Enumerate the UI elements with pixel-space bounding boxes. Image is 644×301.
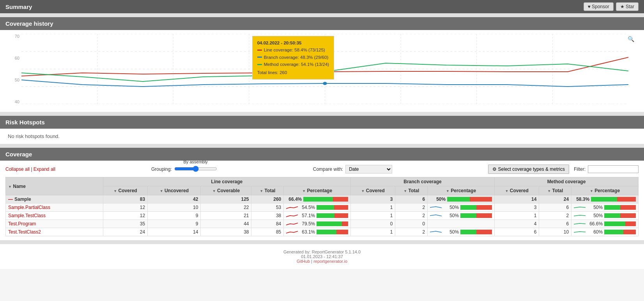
row-name-cell: Sample.PartialClass — [6, 204, 103, 212]
compare-select[interactable]: Date — [345, 165, 392, 174]
col-branch-covered[interactable]: ▼ Covered — [351, 186, 395, 195]
row-method-pct-cell: 66.6% — [571, 220, 639, 228]
filter-input[interactable] — [588, 165, 639, 173]
row-name-cell: Sample.TestClass — [6, 212, 103, 220]
risk-hotspots-section: No risk hotspots found. — [0, 129, 644, 144]
row-name-link[interactable]: Sample.TestClass — [8, 213, 46, 218]
branch-bar — [460, 205, 492, 210]
star-button[interactable]: ★ Star — [616, 2, 639, 11]
row-line-cell: 21 — [201, 212, 251, 220]
footer-site-link[interactable]: reportgenerator.io — [313, 259, 347, 264]
select-coverage-button[interactable]: ⚙ Select coverage types & metrics — [488, 165, 569, 174]
mini-branch-chart — [430, 213, 442, 218]
row-line-pct-cell: 57.1% — [284, 212, 351, 220]
method-bar — [604, 213, 636, 218]
col-line-coverable[interactable]: ▼ Coverable — [201, 186, 251, 195]
branch-bar — [460, 230, 492, 234]
row-name-link[interactable]: Test.Program — [8, 221, 36, 227]
chart-plot: 04.02.2022 - 20:50:35 Line coverage: 58.… — [21, 34, 628, 104]
coverage-section: Collapse all | Expand all Grouping: By a… — [0, 161, 644, 240]
mini-method-chart — [574, 213, 586, 218]
grouping-slider[interactable] — [174, 166, 217, 172]
col-name[interactable]: ▼ Name — [6, 177, 103, 195]
col-method-covered[interactable]: ▼ Covered — [494, 186, 539, 195]
row-method-cell: 24 — [539, 195, 571, 204]
mini-method-chart — [574, 229, 586, 235]
footer-github-link[interactable]: GitHub — [297, 259, 310, 264]
table-row: Sample.TestClass1292138 57.1% 12 50% — [6, 212, 639, 220]
collapse-all-link[interactable]: Collapse all — [5, 166, 30, 172]
expand-all-link[interactable]: Expand all — [34, 166, 55, 172]
row-branch-cell: 0 — [395, 220, 428, 228]
row-line-cell: 22 — [201, 204, 251, 212]
method-bar-red — [620, 205, 636, 210]
row-method-pct-cell: 60% — [571, 228, 639, 236]
chart-tooltip: 04.02.2022 - 20:50:35 Line coverage: 58.… — [252, 36, 334, 80]
row-line-cell: 85 — [251, 228, 284, 236]
chart-area: 🔍 70 60 50 40 — [8, 34, 636, 104]
branch-pct-text: 50% — [443, 205, 459, 210]
row-line-cell: 38 — [201, 228, 251, 236]
grouping-label: Grouping: — [151, 166, 172, 172]
row-branch-cell: 3 — [351, 195, 395, 204]
row-name-cell: Test.TestClass2 — [6, 228, 103, 236]
branch-bar-red — [476, 213, 492, 218]
table-row: Test.Program3594484 79.5% 0046 66.6% — [6, 220, 639, 228]
minus-icon[interactable]: — — [8, 197, 13, 202]
compare-label: Compare with: — [313, 166, 343, 172]
row-method-cell: 1 — [494, 212, 539, 220]
col-branch-total[interactable]: ▼ Total — [395, 186, 428, 195]
tooltip-branch: Branch coverage: 48.3% (29/60) — [264, 54, 329, 61]
zoom-icon[interactable]: 🔍 — [628, 36, 634, 42]
line-bar-red — [334, 205, 348, 210]
col-line-total[interactable]: ▼ Total — [251, 186, 284, 195]
line-bar-green — [317, 213, 334, 218]
method-bar-green — [604, 230, 623, 234]
branch-bar-red — [476, 230, 492, 234]
col-line-pct[interactable]: ▼ Percentage — [284, 186, 351, 195]
col-method-total[interactable]: ▼ Total — [539, 186, 571, 195]
method-bar — [604, 230, 636, 234]
row-branch-pct-cell: 50% — [428, 204, 495, 212]
row-name-link[interactable]: Sample.PartialClass — [8, 205, 50, 210]
row-method-cell: 2 — [539, 212, 571, 220]
col-group-method: Method coverage — [494, 177, 638, 186]
row-line-cell: 35 — [103, 220, 147, 228]
branch-pct-text: 50% — [443, 213, 459, 218]
col-method-pct[interactable]: ▼ Percentage — [571, 186, 639, 195]
col-branch-pct[interactable]: ▼ Percentage — [428, 186, 495, 195]
branch-bar — [447, 197, 492, 202]
sponsor-button[interactable]: ♥ Sponsor — [584, 2, 614, 11]
method-pct-text: 60% — [587, 229, 603, 235]
row-line-cell: 53 — [251, 204, 284, 212]
tooltip-method: Method coverage: 54.1% (13/24) — [264, 61, 329, 68]
row-method-pct-cell: 50% — [571, 204, 639, 212]
footer-links: GitHub | reportgenerator.io — [5, 259, 639, 264]
top-bar: Summary ♥ Sponsor ★ Star — [0, 0, 644, 13]
mini-line-chart — [286, 221, 298, 227]
footer-date: 01.01.2023 - 12:41:37 — [5, 254, 639, 259]
line-bar-green — [317, 205, 334, 210]
table-row: —Sample8342125260 66.4% 36 50% — [6, 195, 639, 204]
branch-pct-text: 50% — [430, 197, 446, 202]
filter-label: Filter: — [574, 166, 586, 172]
col-line-covered[interactable]: ▼ Covered — [103, 186, 147, 195]
col-group-line: Line coverage — [103, 177, 350, 186]
row-line-cell: 12 — [103, 204, 147, 212]
mini-line-chart — [286, 213, 298, 218]
page-title: Summary — [5, 4, 32, 10]
method-bar — [604, 205, 636, 210]
row-method-cell: 6 — [539, 220, 571, 228]
row-line-cell: 9 — [148, 220, 201, 228]
row-method-cell: 3 — [494, 204, 539, 212]
line-bar-green — [317, 221, 342, 226]
row-line-cell: 42 — [148, 195, 201, 204]
row-line-cell: 14 — [148, 228, 201, 236]
row-name-link[interactable]: Test.TestClass2 — [8, 229, 41, 235]
row-method-pct-cell: 58.3% — [571, 195, 639, 204]
row-branch-cell: 0 — [351, 220, 395, 228]
method-bar-green — [591, 197, 617, 202]
col-line-uncovered[interactable]: ▼ Uncovered — [148, 186, 201, 195]
branch-bar — [460, 213, 492, 218]
method-bar-red — [620, 213, 636, 218]
